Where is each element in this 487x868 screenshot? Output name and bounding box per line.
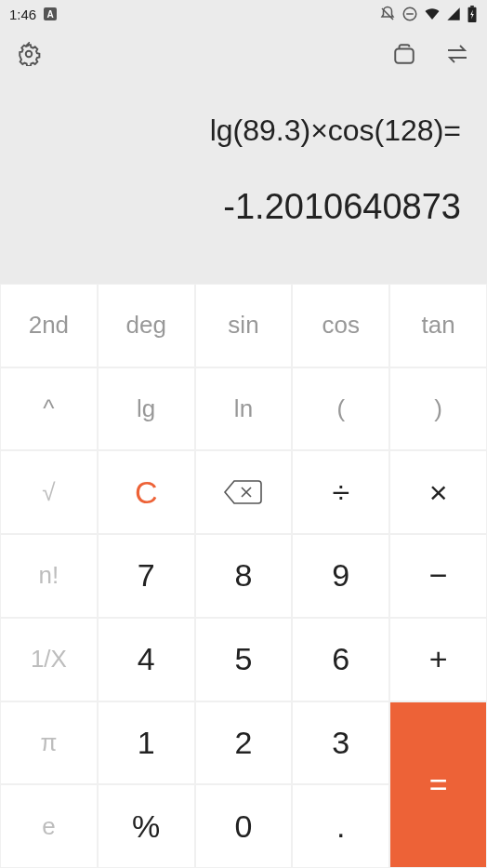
key-percent[interactable]: % [98, 784, 195, 868]
display-area: lg(89.3)×cos(128)= -1.2010640873 [0, 84, 487, 284]
key-9[interactable]: 9 [292, 534, 389, 618]
status-right [379, 6, 478, 22]
key-equals[interactable]: = [389, 701, 487, 868]
key-minus[interactable]: − [389, 534, 487, 618]
key-reciprocal[interactable]: 1/X [0, 618, 98, 701]
battery-charging-icon [467, 6, 478, 22]
gear-icon [17, 42, 41, 66]
key-5[interactable]: 5 [195, 618, 293, 701]
dnd-icon [401, 6, 418, 22]
toolbar [0, 28, 487, 84]
key-multiply[interactable]: × [389, 450, 487, 534]
signal-icon [446, 7, 461, 21]
key-0[interactable]: 0 [195, 784, 293, 868]
key-lparen[interactable]: ( [292, 367, 389, 451]
svg-rect-3 [470, 6, 474, 7]
key-2nd[interactable]: 2nd [0, 284, 98, 367]
key-power[interactable]: ^ [0, 367, 98, 451]
svg-point-4 [26, 51, 33, 58]
key-deg[interactable]: deg [98, 284, 195, 367]
key-ln[interactable]: ln [195, 367, 293, 451]
swap-icon [444, 44, 470, 64]
key-plus[interactable]: + [389, 618, 487, 701]
key-8[interactable]: 8 [195, 534, 293, 618]
key-pi[interactable]: π [0, 701, 98, 785]
key-clear[interactable]: C [98, 450, 195, 534]
key-dot[interactable]: . [292, 784, 389, 868]
key-rparen[interactable]: ) [389, 367, 487, 451]
backspace-icon [223, 479, 264, 505]
result-text: -1.2010640873 [223, 187, 461, 227]
svg-rect-5 [395, 49, 414, 63]
key-tan[interactable]: tan [389, 284, 487, 367]
key-3[interactable]: 3 [292, 701, 389, 785]
status-bar: 1:46 A [0, 0, 487, 28]
key-lg[interactable]: lg [98, 367, 195, 451]
key-1[interactable]: 1 [98, 701, 195, 785]
key-factorial[interactable]: n! [0, 534, 98, 618]
key-e[interactable]: e [0, 784, 98, 868]
key-divide[interactable]: ÷ [292, 450, 389, 534]
key-sin[interactable]: sin [195, 284, 293, 367]
key-cos[interactable]: cos [292, 284, 389, 367]
key-4[interactable]: 4 [98, 618, 195, 701]
status-time: 1:46 [9, 7, 36, 22]
key-6[interactable]: 6 [292, 618, 389, 701]
key-backspace[interactable] [195, 450, 293, 534]
key-2[interactable]: 2 [195, 701, 293, 785]
window-icon [392, 42, 416, 66]
window-button[interactable] [392, 42, 416, 70]
expression-text: lg(89.3)×cos(128)= [210, 114, 461, 148]
swap-button[interactable] [444, 44, 470, 68]
key-sqrt[interactable]: √ [0, 450, 98, 534]
status-badge: A [44, 7, 57, 20]
key-7[interactable]: 7 [98, 534, 195, 618]
wifi-icon [424, 6, 441, 22]
notifications-off-icon [379, 6, 396, 22]
settings-button[interactable] [17, 42, 41, 70]
status-left: 1:46 A [9, 7, 57, 22]
keypad: 2nd deg sin cos tan ^ lg ln ( ) √ C ÷ × … [0, 284, 487, 868]
